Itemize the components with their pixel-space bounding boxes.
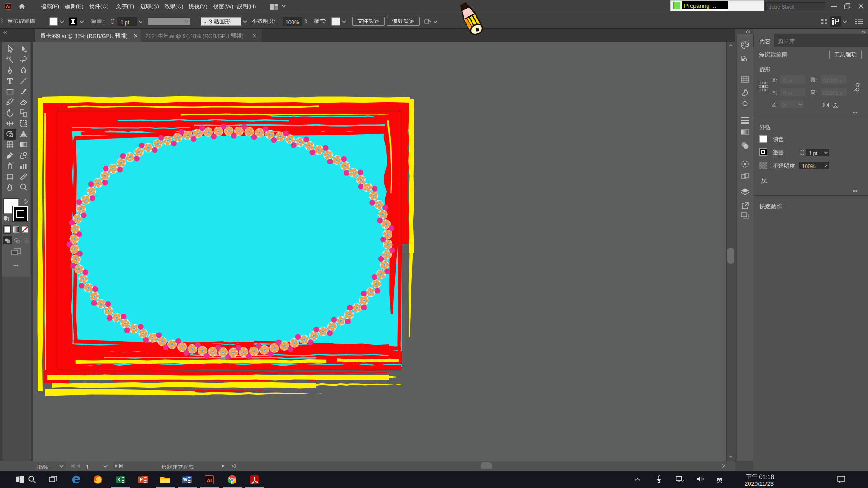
svg-text:P: P <box>140 477 143 482</box>
svg-text:W: W <box>183 477 188 482</box>
svg-text:X: X <box>117 477 120 482</box>
